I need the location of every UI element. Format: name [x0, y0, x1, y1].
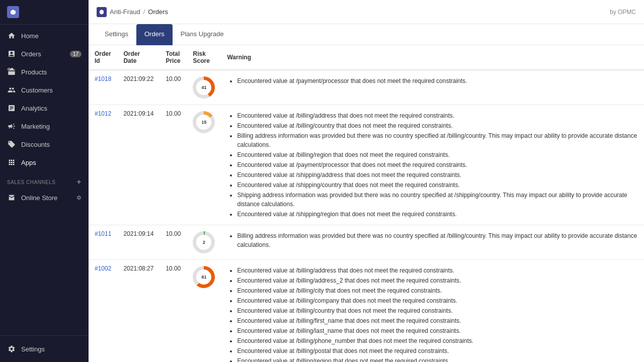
warning-item: Encountered value at /billing/postal tha… — [237, 346, 638, 355]
sidebar-logo — [0, 0, 89, 25]
sidebar-navigation: Home Orders 17 Products Customers — [0, 25, 89, 335]
order-id-link[interactable]: #1012 — [95, 110, 111, 117]
warning-item: Encountered value at /billing/address th… — [237, 111, 638, 120]
sidebar-item-apps[interactable]: Apps — [0, 153, 89, 171]
order-id-cell: #1011 — [89, 225, 117, 260]
sidebar-item-discounts-label: Discounts — [21, 141, 50, 148]
warning-item: Encountered value at /billing/address th… — [237, 266, 638, 275]
table-row: #10182021:09:2210.0041Encountered value … — [89, 70, 644, 105]
table-row: #10112021:09:1410.002Billing address inf… — [89, 225, 644, 260]
online-store-settings-icon[interactable]: ⚙ — [76, 195, 82, 201]
sidebar-item-discounts[interactable]: Discounts — [0, 135, 89, 153]
order-date-cell: 2021:09:14 — [117, 225, 159, 260]
col-warning: Warning — [221, 45, 644, 70]
warning-item: Encountered value at /payment/processor … — [237, 160, 638, 169]
sidebar-item-customers[interactable]: Customers — [0, 81, 89, 99]
breadcrumb-app-link[interactable]: Anti-Fraud — [110, 8, 140, 16]
warning-cell: Billing address information was provided… — [221, 225, 644, 260]
sidebar-item-analytics[interactable]: Analytics — [0, 99, 89, 117]
orders-icon — [7, 49, 16, 58]
risk-gauge: 2 — [193, 231, 215, 253]
sidebar-footer-settings-label: Settings — [21, 345, 45, 353]
sidebar-item-products[interactable]: Products — [0, 63, 89, 81]
add-sales-channel-button[interactable]: + — [76, 177, 82, 187]
warning-item: Encountered value at /shipping/country t… — [237, 180, 638, 190]
total-price-cell: 10.00 — [159, 70, 187, 105]
table-header-row: OrderId OrderDate TotalPrice RiskScore W… — [89, 45, 644, 70]
order-date-cell: 2021:09:22 — [117, 70, 159, 105]
orders-table: OrderId OrderDate TotalPrice RiskScore W… — [89, 45, 644, 362]
warning-item: Encountered value at /billing/first_name… — [237, 316, 638, 325]
sales-channels-label: SALES CHANNELS — [7, 179, 55, 185]
sidebar-item-orders-label: Orders — [21, 50, 41, 58]
risk-gauge: 41 — [193, 76, 215, 99]
warning-item: Encountered value at /billing/company th… — [237, 296, 638, 305]
total-price-cell: 10.00 — [159, 260, 187, 363]
sidebar-item-online-store[interactable]: Online Store ⚙ — [0, 189, 89, 207]
order-date-cell: 2021:09:14 — [117, 105, 159, 225]
order-id-link[interactable]: #1018 — [95, 75, 111, 82]
topbar: Anti-Fraud / Orders by OPMC — [89, 0, 644, 24]
topbar-by-label: by OPMC — [610, 9, 636, 16]
sidebar-item-settings[interactable]: Settings — [0, 340, 89, 358]
risk-score-cell: 15 — [187, 105, 221, 225]
sidebar-footer: Settings — [0, 335, 89, 362]
warning-list: Encountered value at /payment/processor … — [227, 76, 638, 85]
col-risk-score: RiskScore — [187, 45, 221, 70]
tab-plans-upgrade[interactable]: Plans Upgrade — [173, 24, 232, 45]
home-icon — [7, 31, 16, 40]
warning-item: Encountered value at /billing/country th… — [237, 121, 638, 130]
sidebar: Home Orders 17 Products Customers — [0, 0, 89, 362]
col-order-id: OrderId — [89, 45, 117, 70]
tab-settings[interactable]: Settings — [97, 24, 136, 45]
risk-score-value: 2 — [196, 235, 211, 250]
orders-content: OrderId OrderDate TotalPrice RiskScore W… — [89, 45, 644, 362]
total-price-cell: 10.00 — [159, 105, 187, 225]
main-content: Anti-Fraud / Orders by OPMC Settings Ord… — [89, 0, 644, 362]
breadcrumb-separator: / — [143, 8, 145, 16]
order-id-cell: #1018 — [89, 70, 117, 105]
col-order-date: OrderDate — [117, 45, 159, 70]
marketing-icon — [7, 122, 16, 131]
risk-score-value: 41 — [196, 80, 211, 95]
warning-item: Encountered value at /billing/address_2 … — [237, 276, 638, 285]
online-store-icon — [7, 193, 16, 202]
order-id-link[interactable]: #1011 — [95, 230, 111, 237]
warning-list: Encountered value at /billing/address th… — [227, 266, 638, 362]
warning-list: Encountered value at /billing/address th… — [227, 111, 638, 219]
table-row: #10122021:09:1410.0015Encountered value … — [89, 105, 644, 225]
warning-cell: Encountered value at /billing/address th… — [221, 260, 644, 363]
logo-icon — [7, 6, 19, 18]
warning-item: Encountered value at /payment/processor … — [237, 76, 638, 85]
tabs: Settings Orders Plans Upgrade — [89, 24, 644, 45]
risk-score-cell: 2 — [187, 225, 221, 260]
risk-score-value: 15 — [196, 115, 211, 130]
sales-channels-section: SALES CHANNELS + — [0, 171, 89, 189]
apps-icon — [7, 158, 16, 167]
warning-item: Shipping address information was provide… — [237, 191, 638, 209]
total-price-cell: 10.00 — [159, 225, 187, 260]
sidebar-item-home[interactable]: Home — [0, 27, 89, 45]
products-icon — [7, 67, 16, 76]
risk-gauge: 61 — [193, 266, 215, 288]
risk-score-value: 61 — [196, 269, 211, 285]
sidebar-item-customers-label: Customers — [21, 86, 53, 94]
sidebar-item-products-label: Products — [21, 68, 47, 76]
order-id-cell: #1002 — [89, 260, 117, 363]
sidebar-item-analytics-label: Analytics — [21, 105, 47, 112]
table-row: #10022021:08:2710.0061Encountered value … — [89, 260, 644, 363]
warning-item: Billing address information was provided… — [237, 231, 638, 249]
sidebar-item-orders[interactable]: Orders 17 — [0, 45, 89, 63]
warning-list: Billing address information was provided… — [227, 231, 638, 249]
order-id-link[interactable]: #1002 — [95, 265, 111, 272]
warning-item: Encountered value at /shipping/address t… — [237, 170, 638, 179]
warning-item: Encountered value at /shipping/region th… — [237, 210, 638, 219]
orders-badge: 17 — [70, 51, 82, 57]
warning-cell: Encountered value at /billing/address th… — [221, 105, 644, 225]
tab-orders[interactable]: Orders — [136, 24, 173, 45]
risk-score-cell: 61 — [187, 260, 221, 363]
sidebar-item-marketing[interactable]: Marketing — [0, 117, 89, 135]
warning-item: Billing address information was provided… — [237, 131, 638, 149]
warning-item: Encountered value at /billing/country th… — [237, 306, 638, 315]
app-icon — [97, 7, 107, 17]
